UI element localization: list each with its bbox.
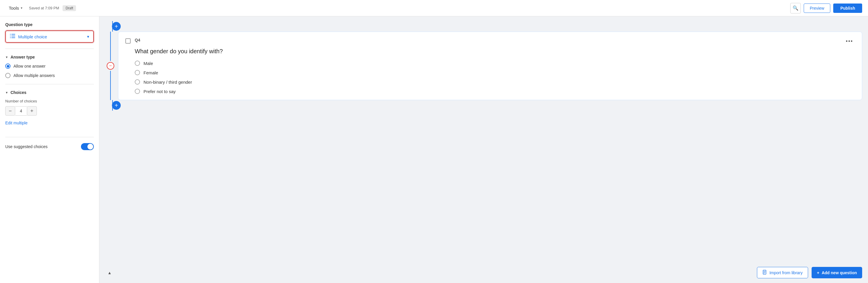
more-options-button[interactable]: ••• [844, 38, 855, 45]
answer-type-section-header[interactable]: ▼ Answer type [5, 55, 94, 59]
choices-label: Choices [10, 90, 26, 95]
v-line-top [110, 32, 111, 61]
search-button[interactable]: 🔍 [790, 3, 801, 13]
divider-3 [5, 137, 94, 137]
answer-radio-female[interactable] [135, 70, 140, 75]
use-suggested-toggle[interactable] [81, 143, 94, 150]
card-header: Q4 ••• [125, 38, 855, 45]
collapse-button[interactable]: ▲ [105, 269, 114, 276]
allow-multiple-radio[interactable] [5, 73, 10, 78]
list-item: Prefer not to say [135, 89, 855, 94]
svg-rect-2 [11, 37, 15, 38]
minus-icon: − [109, 63, 112, 68]
stepper-minus-button[interactable]: − [5, 106, 15, 116]
draft-badge: Draft [63, 5, 76, 11]
answer-type-radio-group: Allow one answer Allow multiple answers [5, 63, 94, 78]
question-type-label: Question type [5, 22, 94, 27]
content-area: + − Q4 [99, 17, 868, 283]
answer-options: Male Female Non-binary / third gender [135, 61, 855, 94]
plus-icon-bottom: + [115, 102, 118, 109]
answer-text-prefer-not: Prefer not to say [144, 89, 176, 94]
publish-button[interactable]: Publish [833, 3, 862, 13]
use-suggested-row: Use suggested choices [5, 143, 94, 150]
num-choices-stepper: − 4 + [5, 106, 94, 116]
list-item: Non-binary / third gender [135, 79, 855, 85]
stepper-value: 4 [15, 106, 27, 116]
main-layout: Question type Multiple choice ▾ [0, 17, 868, 283]
num-choices-label: Number of choices [5, 99, 94, 103]
collapse-icon: ▲ [107, 271, 112, 275]
tools-label: Tools [9, 5, 19, 10]
questions-container: + − Q4 [105, 21, 862, 262]
question-card: Q4 ••• What gender do you identify with?… [118, 32, 862, 100]
v-line-bottom [110, 71, 111, 100]
add-label: Add new question [822, 271, 857, 275]
add-new-question-button[interactable]: + Add new question [812, 267, 862, 278]
bottom-actions: Import from library + Add new question [757, 267, 862, 278]
selected-type-label: Multiple choice [18, 34, 47, 39]
question-number: Q4 [135, 38, 140, 43]
answer-radio-male[interactable] [135, 61, 140, 66]
allow-multiple-label: Allow multiple answers [13, 73, 55, 78]
bottom-add-row: + [105, 100, 862, 111]
use-suggested-label: Use suggested choices [5, 144, 48, 149]
choices-section-header[interactable]: ▼ Choices [5, 90, 94, 95]
question-text: What gender do you identify with? [135, 48, 855, 55]
answer-radio-nonbinary[interactable] [135, 79, 140, 85]
toolbar-left: Tools ▾ Saved at 7:09 PM Draft [6, 4, 785, 12]
bottom-bar: ▲ Import from library + [105, 264, 862, 278]
saved-status: Saved at 7:09 PM [29, 6, 59, 10]
answer-text-male: Male [144, 61, 153, 66]
sidebar: Question type Multiple choice ▾ [0, 17, 99, 283]
svg-rect-4 [10, 36, 11, 36]
add-icon: + [817, 271, 819, 275]
remove-question-button[interactable]: − [107, 62, 114, 69]
tools-button[interactable]: Tools ▾ [6, 4, 25, 12]
answer-type-triangle-icon: ▼ [5, 56, 8, 59]
toolbar-right: 🔍 Preview Publish [790, 3, 862, 13]
question-type-inner: Multiple choice [10, 34, 47, 39]
vertical-connector: − [105, 32, 116, 100]
svg-rect-3 [10, 34, 11, 34]
dropdown-chevron-icon: ▾ [87, 34, 89, 39]
add-question-top-button[interactable]: + [112, 22, 121, 31]
answer-type-label: Answer type [10, 55, 35, 59]
choices-triangle-icon: ▼ [5, 91, 8, 94]
allow-one-label: Allow one answer [13, 64, 45, 68]
more-icon: ••• [846, 38, 853, 44]
allow-one-option[interactable]: Allow one answer [5, 63, 94, 69]
search-icon: 🔍 [793, 5, 799, 11]
import-label: Import from library [770, 271, 803, 275]
top-add-row: + [105, 21, 862, 32]
question-row: − Q4 ••• What gender d [105, 32, 862, 100]
edit-multiple-link[interactable]: Edit multiple [5, 120, 28, 125]
list-icon [10, 34, 15, 39]
answer-radio-prefer-not[interactable] [135, 89, 140, 94]
divider-1 [5, 49, 94, 49]
stepper-plus-button[interactable]: + [27, 106, 37, 116]
divider-2 [5, 84, 94, 84]
card-header-left: Q4 [125, 38, 140, 44]
tools-chevron-icon: ▾ [21, 6, 23, 10]
plus-icon-top: + [115, 23, 118, 30]
add-question-bottom-button[interactable]: + [112, 101, 121, 110]
list-item: Female [135, 70, 855, 75]
answer-text-nonbinary: Non-binary / third gender [144, 80, 192, 85]
book-icon [763, 270, 767, 275]
choices-section: ▼ Choices Number of choices − 4 + Edit m… [5, 90, 94, 131]
allow-one-radio[interactable] [5, 63, 10, 69]
svg-rect-1 [11, 36, 15, 36]
svg-rect-0 [11, 34, 15, 34]
list-item: Male [135, 61, 855, 66]
toolbar: Tools ▾ Saved at 7:09 PM Draft 🔍 Preview… [0, 0, 868, 17]
question-type-dropdown[interactable]: Multiple choice ▾ [5, 30, 94, 43]
preview-button[interactable]: Preview [804, 3, 831, 13]
allow-multiple-option[interactable]: Allow multiple answers [5, 73, 94, 78]
import-from-library-button[interactable]: Import from library [757, 267, 808, 278]
svg-rect-5 [10, 37, 11, 38]
answer-text-female: Female [144, 70, 158, 75]
question-checkbox[interactable] [125, 38, 131, 44]
